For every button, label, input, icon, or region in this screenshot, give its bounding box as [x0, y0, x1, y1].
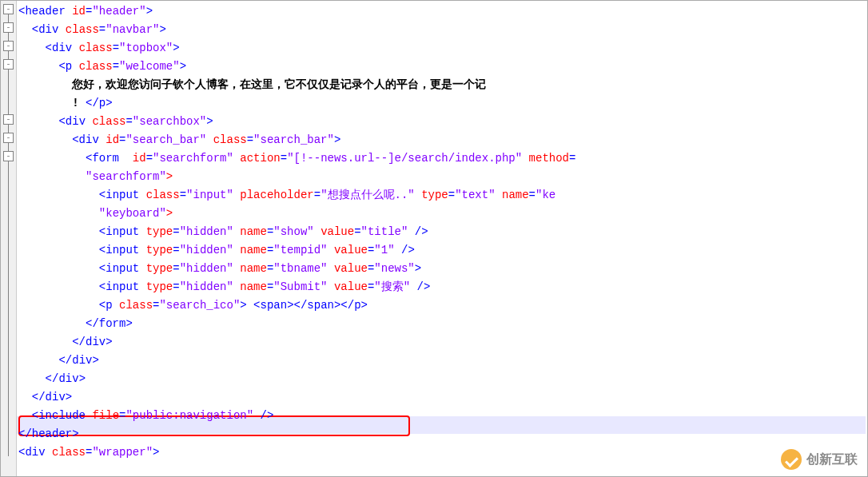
code-line[interactable]: <p class="search_ico"> <span></span></p>: [18, 296, 866, 315]
code-line[interactable]: <input class="input" placeholder="想搜点什么呢…: [18, 186, 866, 205]
code-line[interactable]: <input type="hidden" name="tempid" value…: [18, 241, 866, 260]
code-line[interactable]: </div>: [18, 333, 866, 352]
code-line[interactable]: </header>: [18, 425, 866, 443]
code-line[interactable]: <include file="public:navigation" />: [18, 407, 866, 425]
code-line[interactable]: <div id="search_bar" class="search_bar">: [18, 131, 866, 149]
code-line[interactable]: <div class="searchbox">: [18, 113, 866, 131]
code-line[interactable]: "keyboard">: [18, 205, 866, 223]
code-line[interactable]: <header id="header">: [18, 2, 866, 21]
code-line[interactable]: </div>: [18, 388, 866, 407]
code-line[interactable]: <input type="hidden" name="show" value="…: [18, 223, 866, 241]
code-area[interactable]: <header id="header"> <div class="navbar"…: [1, 1, 867, 463]
code-line[interactable]: <input type="hidden" name="tbname" value…: [18, 260, 866, 278]
code-line[interactable]: "searchform">: [18, 168, 866, 186]
code-line[interactable]: <form id="searchform" action="[!--news.u…: [18, 149, 866, 168]
code-line[interactable]: <input type="hidden" name="Submit" value…: [18, 278, 866, 296]
code-line[interactable]: 您好，欢迎您访问子钦个人博客，在这里，它不仅仅是记录个人的平台，更是一个记: [18, 76, 866, 94]
code-line[interactable]: <div class="topbox">: [18, 39, 866, 58]
code-line[interactable]: <div class="wrapper">: [18, 443, 866, 462]
code-line[interactable]: </form>: [18, 315, 866, 333]
code-line[interactable]: </div>: [18, 352, 866, 370]
code-line[interactable]: <div class="navbar">: [18, 21, 866, 39]
code-line[interactable]: ! </p>: [18, 94, 866, 113]
code-editor[interactable]: ------- <header id="header"> <div class=…: [0, 0, 868, 477]
code-line[interactable]: <p class="welcome">: [18, 58, 866, 76]
code-line[interactable]: </div>: [18, 370, 866, 388]
